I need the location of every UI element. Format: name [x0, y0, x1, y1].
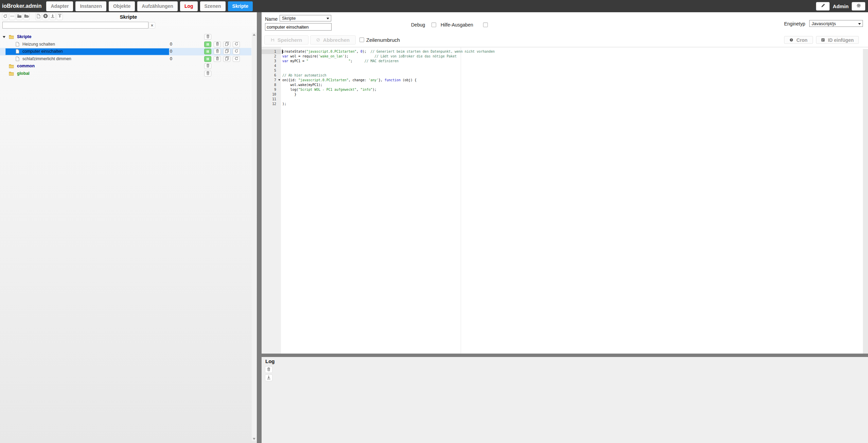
pause-script-button[interactable] — [204, 41, 211, 47]
tab-aufzaehlungen[interactable]: Aufzählungen — [137, 1, 178, 11]
copy-button[interactable] — [223, 41, 230, 47]
enginetype-select[interactable]: Javascript/js — [809, 20, 863, 27]
code-line[interactable]: var myPC1 = " "; // MAC definieren — [281, 59, 863, 64]
tab-skripte[interactable]: Skripte — [228, 1, 253, 11]
delete-button[interactable] — [204, 71, 211, 76]
insert-id-button[interactable]: ID einfügen — [816, 36, 859, 44]
pause-icon — [206, 56, 209, 62]
restart-icon — [234, 49, 238, 54]
download-log-button[interactable] — [265, 374, 272, 381]
tree-item-schlafzimmerlicht-dimmen[interactable]: schlafzimmerlicht dimmen0 — [0, 55, 251, 63]
editor-scrollbar[interactable] — [863, 49, 868, 354]
code-token: ); — [282, 102, 286, 106]
code-line[interactable]: // Ab hier automatisch — [281, 73, 863, 78]
code-line[interactable]: var wol = require('wake_on_lan'); // Läd… — [281, 54, 863, 59]
edit-config-button[interactable] — [816, 2, 830, 11]
horizontal-splitter[interactable] — [262, 354, 868, 357]
code-token: 'wake_on_lan' — [318, 54, 344, 58]
collapse-all-button[interactable] — [16, 13, 22, 20]
copy-button[interactable] — [223, 56, 230, 62]
export-scripts-button[interactable] — [57, 13, 63, 20]
tree-item-heizung-schalten[interactable]: Heizung schalten0 — [0, 41, 251, 48]
gutter-line-number: 1 — [262, 49, 281, 54]
scroll-down-icon[interactable] — [253, 438, 255, 440]
delete-button[interactable] — [204, 34, 211, 40]
copy-icon — [225, 56, 229, 62]
log-title: Log — [265, 358, 275, 364]
wrap-checkbox[interactable] — [359, 37, 364, 42]
code-token: function — [385, 78, 401, 82]
debug-checkbox[interactable] — [431, 22, 436, 27]
tree-item-label: common — [17, 63, 35, 70]
scroll-up-icon[interactable] — [253, 34, 255, 36]
script-tree: SkripteHeizung schalten0computer einscha… — [0, 33, 251, 77]
gutter-line-number: 9 — [262, 87, 281, 92]
fold-arrow-icon[interactable] — [278, 79, 280, 81]
code-line[interactable]: } — [281, 92, 863, 97]
code-lines[interactable]: createState("javascript.0.PC1starten", 0… — [281, 47, 863, 354]
folder-open-icon — [24, 14, 29, 19]
tab-instanzen[interactable]: Instanzen — [75, 1, 106, 11]
save-button[interactable]: Speichern — [264, 35, 308, 45]
code-token: (obj) { — [401, 78, 417, 82]
code-line[interactable] — [281, 64, 863, 68]
tree-item-global[interactable]: global — [0, 70, 251, 78]
tab-log[interactable]: Log — [180, 1, 198, 11]
settings-button[interactable] — [852, 2, 865, 11]
insert-id-icon — [821, 37, 825, 43]
delete-button[interactable] — [214, 49, 221, 54]
reload-button[interactable] — [2, 13, 8, 20]
expander-icon[interactable] — [3, 36, 5, 38]
new-script-button[interactable] — [35, 13, 41, 20]
restart-button[interactable] — [233, 41, 240, 47]
code-token: // Lädt von ioBroker die das nötige Pake… — [374, 54, 457, 58]
vertical-splitter[interactable] — [257, 12, 262, 443]
tab-objekte[interactable]: Objekte — [109, 1, 135, 11]
clear-log-button[interactable] — [265, 366, 272, 373]
code-line[interactable] — [281, 97, 863, 102]
insert-id-button-label: ID einfügen — [828, 37, 854, 43]
code-editor[interactable]: 123456789101112 createState("javascript.… — [262, 47, 868, 354]
code-token: on({id: — [282, 78, 298, 82]
copy-button[interactable] — [223, 49, 230, 54]
sidebar-scrollbar[interactable] — [252, 33, 256, 441]
delete-button[interactable] — [204, 63, 211, 69]
cancel-button[interactable]: Abbrechen — [310, 35, 356, 45]
collapse-lines-button[interactable] — [9, 13, 15, 20]
cron-button[interactable]: Cron — [784, 36, 813, 44]
clear-search-button[interactable]: × — [149, 22, 155, 29]
name-label: Name — [265, 16, 278, 22]
tab-adapter[interactable]: Adapter — [46, 1, 73, 11]
delete-button[interactable] — [214, 56, 221, 62]
folder-select[interactable]: Skripte — [280, 15, 331, 21]
code-token: " " — [306, 59, 351, 63]
code-line[interactable]: on({id: "javascript.0.PC1starten", chang… — [281, 78, 863, 83]
script-name-input[interactable] — [265, 23, 332, 31]
debug-label: Debug — [411, 22, 425, 28]
code-line[interactable]: ); — [281, 102, 863, 106]
restart-button[interactable] — [233, 49, 240, 54]
tab-szenen[interactable]: Szenen — [200, 1, 226, 11]
delete-button[interactable] — [214, 41, 221, 47]
pause-script-button[interactable] — [204, 49, 211, 54]
import-scripts-button[interactable] — [50, 13, 56, 20]
download-icon — [51, 14, 55, 19]
delete-icon — [216, 56, 219, 62]
code-line[interactable]: log("Script WOL - PC1 aufgeweckt", "info… — [281, 87, 863, 92]
code-line[interactable]: wol.wake(myPC1); — [281, 83, 863, 87]
pause-script-button[interactable] — [204, 56, 211, 62]
tree-item-computer-einschalten[interactable]: computer einschalten0 — [0, 48, 251, 55]
search-input[interactable] — [2, 22, 148, 29]
code-token: createState( — [282, 50, 306, 53]
log-panel: Log — [262, 357, 868, 443]
expand-all-button[interactable] — [23, 13, 30, 20]
tree-item-skripte[interactable]: Skripte — [0, 33, 251, 41]
topbar: ioBroker.admin AdapterInstanzenObjekteAu… — [0, 0, 868, 12]
help-output-checkbox[interactable] — [483, 22, 488, 27]
code-line[interactable]: createState("javascript.0.PC1starten", 0… — [281, 49, 863, 54]
close-icon: × — [151, 23, 154, 28]
code-line[interactable] — [281, 68, 863, 73]
restart-button[interactable] — [233, 56, 240, 62]
tree-item-common[interactable]: common — [0, 63, 251, 70]
new-folder-button[interactable] — [42, 13, 49, 20]
